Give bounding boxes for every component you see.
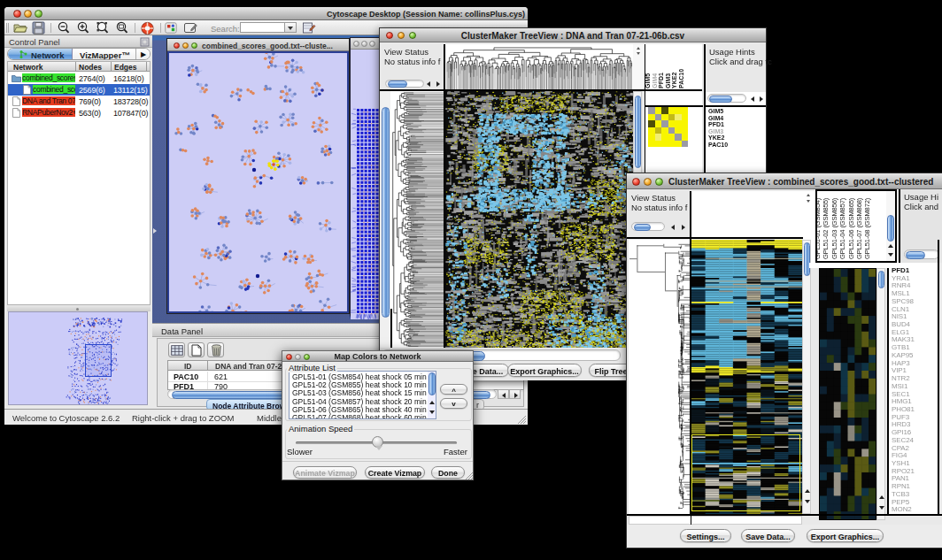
tv2-settings-button[interactable]: Settings... [680, 529, 731, 542]
hscroll-left-arrow[interactable] [498, 389, 509, 399]
attr-up-button[interactable]: ^ [440, 384, 467, 395]
tv1-heatmap-vscroll-thumb[interactable] [635, 96, 641, 168]
attr-col-id[interactable]: ID [184, 362, 192, 371]
tv2-status-hscrollbar[interactable] [631, 222, 665, 231]
tv1-row-label[interactable]: YKE2 [708, 134, 724, 141]
tv2-status-right-arrow[interactable] [679, 223, 688, 231]
col-network[interactable]: Network [13, 63, 43, 72]
tv2-gene-label[interactable]: PFD1 [892, 266, 909, 274]
tv2-gene-label[interactable]: RPN1 [892, 482, 910, 490]
tv2-zoom-vscroll-thumb[interactable] [878, 271, 884, 288]
tv2-gene-label[interactable]: MSL1 [892, 289, 910, 297]
zoom-out-icon[interactable] [57, 21, 71, 35]
zoom-selected-icon[interactable] [115, 21, 129, 35]
tv2-gene-label[interactable]: PEP5 [892, 498, 909, 506]
delete-attr-button[interactable] [207, 342, 224, 357]
tv2-collabels-vscrollbar[interactable] [886, 191, 895, 261]
tv1-left-vscrollbar[interactable] [381, 91, 390, 376]
tv2-gene-label[interactable]: ELG1 [892, 328, 909, 336]
tv2-zoom-heatmap[interactable] [819, 268, 876, 520]
hscroll-right-arrow[interactable] [509, 389, 521, 399]
tv2-gene-label[interactable]: VIP1 [892, 366, 907, 374]
netwin-close-button[interactable] [174, 42, 180, 49]
tv2-gene-label[interactable]: MAK31 [892, 335, 915, 343]
tv2-gene-label[interactable]: PHO81 [892, 405, 915, 413]
panel-divider[interactable] [7, 305, 151, 311]
tv2-col-label[interactable]: GPL51-04 (GSM857) [838, 198, 846, 259]
search-input[interactable] [240, 22, 285, 33]
tv1-row-label[interactable]: GIM3 [708, 128, 723, 134]
tv1-status-right-arrow[interactable] [434, 80, 443, 88]
close-button[interactable] [13, 10, 21, 18]
tv2-col-label[interactable]: GPL51-08 (GSM872) [863, 198, 871, 259]
panel-collapse-caret[interactable] [153, 228, 157, 234]
tv2-gene-label[interactable]: MSI1 [892, 382, 907, 390]
tv2-minimize-button[interactable] [644, 178, 652, 186]
tv1-col-label[interactable]: PAC10 [678, 69, 684, 88]
tv2-zoom-heatmap-canvas[interactable] [820, 269, 876, 519]
open-session-icon[interactable] [12, 21, 27, 35]
animate-vizmap-button[interactable]: Animate Vizmap [293, 466, 357, 479]
network-table-row[interactable]: combined_scores_2764(0)16218(0) [8, 73, 150, 84]
tv2-gene-label[interactable]: RPO21 [892, 467, 915, 475]
tab-vizmapper[interactable]: VizMapper™ [73, 49, 135, 60]
tv2-gene-label[interactable]: FIG4 [892, 451, 907, 459]
tv1-row-label[interactable]: GIM5 [708, 108, 723, 114]
tv1-left-vscroll-thumb[interactable] [382, 107, 390, 318]
tv2-col-label[interactable]: GPL51-07 (GSM868) [855, 198, 863, 259]
tv1-heatmap[interactable] [445, 91, 633, 348]
tv1-col-label[interactable]: PFD1 [658, 73, 664, 88]
inactive-minimize-button[interactable] [361, 41, 367, 47]
attribute-listbox[interactable]: GPL51-01 (GSM854) heat shock 05 minGPL51… [289, 371, 436, 419]
new-attr-button[interactable] [188, 342, 205, 357]
dialog-resize-grip[interactable] [465, 472, 474, 480]
tab-overflow[interactable]: ▶ [135, 49, 151, 60]
tv1-usage-left-arrow[interactable] [749, 95, 757, 103]
zoom-button[interactable] [35, 10, 42, 18]
tv1-usage-hscroll-thumb[interactable] [709, 96, 732, 103]
tv2-collabels-vscroll-thumb[interactable] [887, 215, 894, 242]
tv2-dendrogram-canvas[interactable] [629, 240, 690, 514]
tv1-col-label[interactable]: YKE2 [671, 73, 677, 88]
tv2-heatmap-vscrollbar[interactable] [802, 240, 811, 514]
tv1-left-dendrogram[interactable] [390, 91, 444, 348]
tv1-status-hscrollbar[interactable] [385, 80, 424, 88]
tv2-status-hscroll-thumb[interactable] [634, 224, 651, 231]
tv2-gene-label[interactable]: SEC1 [892, 390, 910, 398]
tv1-col-label[interactable]: GIM5 [645, 73, 651, 88]
tv2-gene-label[interactable]: SPC98 [892, 297, 914, 305]
tv2-gene-label[interactable]: SEC24 [892, 436, 914, 444]
tv1-row-label[interactable]: PAC10 [708, 142, 728, 148]
search-config-icon[interactable] [302, 21, 316, 35]
tv1-usage-right-arrow[interactable] [757, 95, 765, 103]
tv2-hscrollbar[interactable] [629, 516, 802, 525]
inactive-zoom-button[interactable] [369, 41, 375, 47]
tv2-export-graphics-button[interactable]: Export Graphics... [807, 529, 884, 542]
network-window-1-titlebar[interactable]: combined_scores_good.txt--cluste... [167, 39, 349, 51]
save-session-icon[interactable] [32, 21, 45, 35]
annotation-icon[interactable] [183, 21, 197, 35]
tv2-gene-label[interactable]: PUF3 [892, 413, 909, 421]
tv2-save-data-button[interactable]: Save Data... [741, 529, 795, 542]
tab-network[interactable]: Network [8, 49, 73, 60]
tv2-gene-label[interactable]: HRD3 [892, 420, 910, 428]
tv1-col-label[interactable]: GIM4 [652, 73, 658, 88]
network-table-row[interactable]: combined_sco2569(6)13112(15) [8, 84, 150, 96]
netwin-zoom-button[interactable] [191, 42, 197, 49]
tv2-col-label[interactable]: GPL51-03 (GSM856) [830, 198, 838, 259]
treeview2-titlebar[interactable]: ClusterMaker TreeView : combined_scores_… [627, 173, 942, 189]
network-table-row[interactable]: DNA and Tran 07769(0)183728(0) [8, 96, 150, 107]
search-dropdown-button[interactable] [285, 22, 297, 33]
attrlist-vscrollbar[interactable] [428, 372, 436, 418]
tv2-gene-label[interactable]: PAN1 [892, 474, 909, 482]
attr-select-button[interactable] [168, 342, 185, 357]
treeview1-titlebar[interactable]: ClusterMaker TreeView : DNA and Tran 07-… [380, 28, 766, 42]
zoom-in-icon[interactable] [76, 21, 90, 35]
tv2-heatmap[interactable] [691, 240, 802, 514]
tv1-export-graphics-button[interactable]: Export Graphics... [507, 364, 582, 377]
tv2-gene-label[interactable]: YRA1 [892, 274, 910, 282]
netwin-minimize-button[interactable] [182, 42, 189, 49]
tv2-gene-label[interactable]: HMG1 [892, 397, 912, 405]
tv1-top-dendrogram[interactable] [445, 44, 633, 89]
tv2-gene-label[interactable]: GTB1 [892, 343, 910, 351]
